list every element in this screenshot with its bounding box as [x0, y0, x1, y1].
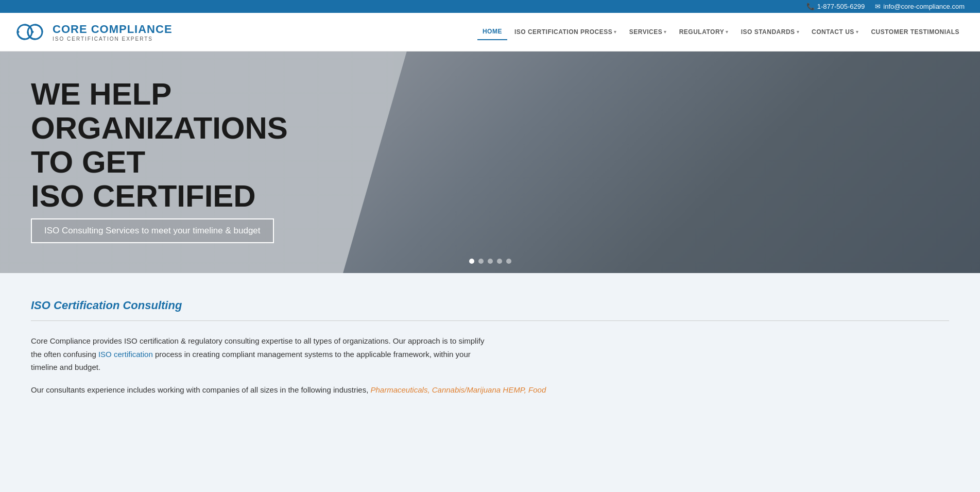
svg-marker-2 [32, 30, 34, 34]
nav-regulatory[interactable]: REGULATORY ▾ [674, 24, 734, 40]
section-divider [31, 320, 949, 321]
section-title: ISO Certification Consulting [31, 299, 949, 312]
dot-2[interactable] [478, 259, 484, 264]
chevron-icon: ▾ [664, 29, 667, 35]
iso-certification-link[interactable]: ISO certification [98, 350, 153, 359]
email-info: ✉ info@core-compliance.com [875, 3, 965, 10]
para1-rest: process in creating compliant management… [31, 350, 471, 372]
svg-marker-3 [18, 30, 20, 34]
hero-subtitle-box: ISO Consulting Services to meet your tim… [31, 218, 274, 243]
chevron-icon: ▾ [856, 29, 859, 35]
nav-contact-us[interactable]: CONTACT US ▾ [806, 24, 864, 40]
body-paragraph-2: Our consultants experience includes work… [31, 383, 949, 397]
nav-testimonials[interactable]: CUSTOMER TESTIMONIALS [866, 24, 965, 40]
chevron-icon: ▾ [797, 29, 800, 35]
hero-title-line4: ISO CERTIFIED [31, 179, 340, 213]
body-paragraph-1: Core Compliance provides ISO certificati… [31, 334, 494, 374]
phone-info: 📞 1-877-505-6299 [806, 3, 865, 10]
logo-text: CORE COMPLIANCE ISO CERTIFICATION EXPERT… [53, 23, 173, 42]
logo-area[interactable]: CORE COMPLIANCE ISO CERTIFICATION EXPERT… [15, 19, 173, 45]
header: CORE COMPLIANCE ISO CERTIFICATION EXPERT… [0, 13, 980, 52]
hero-title-line1: WE HELP [31, 77, 340, 111]
hero-dots [469, 259, 511, 264]
hero-title-line3: TO GET [31, 145, 340, 179]
logo-subtitle: ISO CERTIFICATION EXPERTS [53, 36, 173, 42]
phone-icon: 📞 [806, 3, 815, 10]
hero-title-line2: ORGANIZATIONS [31, 111, 340, 145]
hero-section: WE HELP ORGANIZATIONS TO GET ISO CERTIFI… [0, 52, 980, 273]
main-nav: HOME ISO CERTIFICATION PROCESS ▾ SERVICE… [477, 24, 965, 40]
nav-services[interactable]: SERVICES ▾ [624, 24, 672, 40]
hero-title: WE HELP ORGANIZATIONS TO GET ISO CERTIFI… [31, 77, 340, 213]
dot-5[interactable] [506, 259, 511, 264]
email-icon: ✉ [875, 3, 881, 10]
dot-4[interactable] [497, 259, 502, 264]
hero-content: WE HELP ORGANIZATIONS TO GET ISO CERTIFI… [0, 52, 980, 269]
nav-home[interactable]: HOME [477, 24, 507, 40]
chevron-icon: ▾ [614, 29, 617, 35]
content-section: ISO Certification Consulting Core Compli… [0, 273, 980, 417]
phone-number: 1-877-505-6299 [817, 3, 865, 10]
email-address: info@core-compliance.com [883, 3, 965, 10]
nav-iso-standards[interactable]: ISO STANDARDS ▾ [736, 24, 804, 40]
top-bar: 📞 1-877-505-6299 ✉ info@core-compliance.… [0, 0, 980, 13]
hero-subtitle: ISO Consulting Services to meet your tim… [44, 226, 261, 235]
nav-iso-cert-process[interactable]: ISO CERTIFICATION PROCESS ▾ [509, 24, 622, 40]
logo-title: CORE COMPLIANCE [53, 23, 173, 36]
dot-1[interactable] [469, 259, 474, 264]
para2-start: Our consultants experience includes work… [31, 385, 368, 394]
dot-3[interactable] [488, 259, 493, 264]
industries-list: Pharmaceuticals, Cannabis/Marijuana HEMP… [371, 385, 546, 394]
logo-icon [15, 19, 46, 45]
chevron-icon: ▾ [726, 29, 729, 35]
